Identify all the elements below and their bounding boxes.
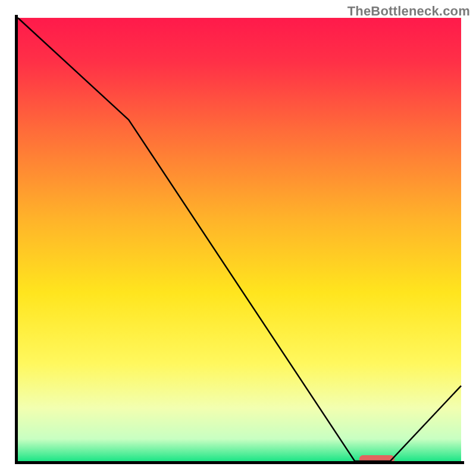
bottleneck-chart: [0, 0, 476, 476]
chart-frame: TheBottleneck.com: [0, 0, 476, 476]
y-axis: [15, 15, 18, 464]
x-axis: [15, 461, 464, 464]
gradient-background: [18, 18, 461, 461]
